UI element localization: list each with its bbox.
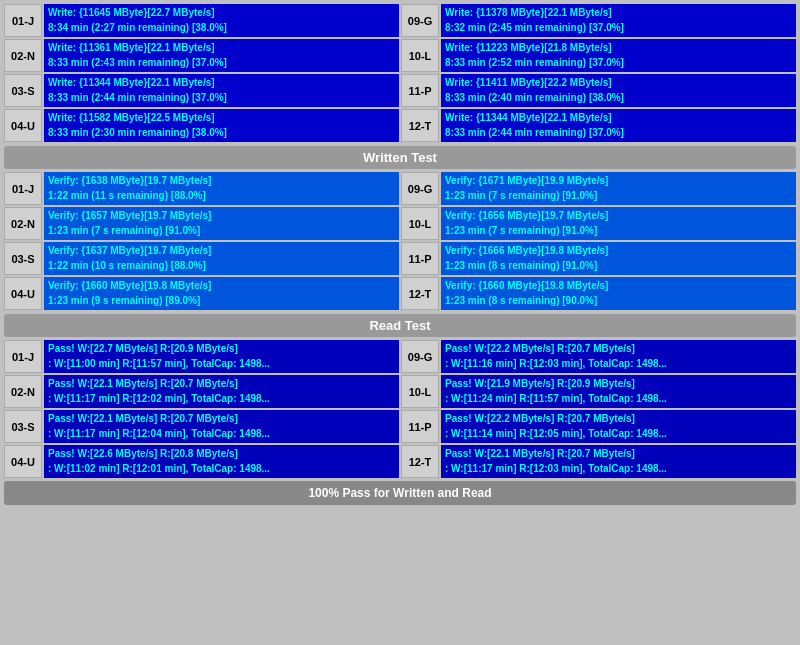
verify-grid: 01-JVerify: {1638 MByte}[19.7 MByte/s]1:… (4, 172, 796, 310)
write-rows-label-3-right: 12-T (401, 109, 439, 142)
write-rows-label-2-left: 03-S (4, 74, 42, 107)
write-rows-label-1-right: 10-L (401, 39, 439, 72)
pass-rows-label-1-left: 02-N (4, 375, 42, 408)
write-rows-label-2-right: 11-P (401, 74, 439, 107)
write-rows-row-0-right: 09-GWrite: {11378 MByte}[22.1 MByte/s]8:… (401, 4, 796, 37)
verify-rows-content-1-left: Verify: {1657 MByte}[19.7 MByte/s]1:23 m… (44, 207, 399, 240)
verify-rows-label-2-left: 03-S (4, 242, 42, 275)
write-rows-label-0-right: 09-G (401, 4, 439, 37)
write-rows-row-2-left: 03-SWrite: {11344 MByte}[22.1 MByte/s]8:… (4, 74, 399, 107)
pass-rows-label-1-right: 10-L (401, 375, 439, 408)
pass-section: 01-JPass! W:[22.7 MByte/s] R:[20.9 MByte… (4, 340, 796, 478)
pass-grid: 01-JPass! W:[22.7 MByte/s] R:[20.9 MByte… (4, 340, 796, 478)
pass-rows-label-2-left: 03-S (4, 410, 42, 443)
pass-rows-row-3-right: 12-TPass! W:[22.1 MByte/s] R:[20.7 MByte… (401, 445, 796, 478)
pass-rows-content-3-right: Pass! W:[22.1 MByte/s] R:[20.7 MByte/s]:… (441, 445, 796, 478)
written-test-header: Written Test (4, 146, 796, 169)
pass-rows-content-2-right: Pass! W:[22.2 MByte/s] R:[20.7 MByte/s]:… (441, 410, 796, 443)
pass-rows-label-2-right: 11-P (401, 410, 439, 443)
verify-rows-content-0-left: Verify: {1638 MByte}[19.7 MByte/s]1:22 m… (44, 172, 399, 205)
verify-rows-row-1-left: 02-NVerify: {1657 MByte}[19.7 MByte/s]1:… (4, 207, 399, 240)
verify-rows-row-3-left: 04-UVerify: {1660 MByte}[19.8 MByte/s]1:… (4, 277, 399, 310)
verify-rows-label-1-left: 02-N (4, 207, 42, 240)
pass-rows-row-2-left: 03-SPass! W:[22.1 MByte/s] R:[20.7 MByte… (4, 410, 399, 443)
verify-rows-row-3-right: 12-TVerify: {1660 MByte}[19.8 MByte/s]1:… (401, 277, 796, 310)
pass-rows-content-0-left: Pass! W:[22.7 MByte/s] R:[20.9 MByte/s]:… (44, 340, 399, 373)
pass-rows-label-0-right: 09-G (401, 340, 439, 373)
read-test-header: Read Test (4, 314, 796, 337)
pass-rows-row-1-right: 10-LPass! W:[21.9 MByte/s] R:[20.9 MByte… (401, 375, 796, 408)
write-rows-row-2-right: 11-PWrite: {11411 MByte}[22.2 MByte/s]8:… (401, 74, 796, 107)
pass-rows-content-0-right: Pass! W:[22.2 MByte/s] R:[20.7 MByte/s]:… (441, 340, 796, 373)
write-rows-row-1-right: 10-LWrite: {11223 MByte}[21.8 MByte/s]8:… (401, 39, 796, 72)
verify-rows-label-2-right: 11-P (401, 242, 439, 275)
pass-rows-label-0-left: 01-J (4, 340, 42, 373)
write-grid: 01-JWrite: {11645 MByte}[22.7 MByte/s]8:… (4, 4, 796, 142)
verify-rows-label-0-right: 09-G (401, 172, 439, 205)
pass-rows-row-0-left: 01-JPass! W:[22.7 MByte/s] R:[20.9 MByte… (4, 340, 399, 373)
verify-rows-content-2-left: Verify: {1637 MByte}[19.7 MByte/s]1:22 m… (44, 242, 399, 275)
write-rows-content-1-left: Write: {11361 MByte}[22.1 MByte/s]8:33 m… (44, 39, 399, 72)
verify-rows-row-0-right: 09-GVerify: {1671 MByte}[19.9 MByte/s]1:… (401, 172, 796, 205)
write-section: 01-JWrite: {11645 MByte}[22.7 MByte/s]8:… (4, 4, 796, 142)
verify-rows-content-0-right: Verify: {1671 MByte}[19.9 MByte/s]1:23 m… (441, 172, 796, 205)
verify-rows-row-0-left: 01-JVerify: {1638 MByte}[19.7 MByte/s]1:… (4, 172, 399, 205)
verify-rows-row-1-right: 10-LVerify: {1656 MByte}[19.7 MByte/s]1:… (401, 207, 796, 240)
verify-rows-label-3-right: 12-T (401, 277, 439, 310)
verify-rows-row-2-left: 03-SVerify: {1637 MByte}[19.7 MByte/s]1:… (4, 242, 399, 275)
verify-rows-label-3-left: 04-U (4, 277, 42, 310)
write-rows-content-3-right: Write: {11344 MByte}[22.1 MByte/s]8:33 m… (441, 109, 796, 142)
pass-rows-content-2-left: Pass! W:[22.1 MByte/s] R:[20.7 MByte/s]:… (44, 410, 399, 443)
pass-rows-row-2-right: 11-PPass! W:[22.2 MByte/s] R:[20.7 MByte… (401, 410, 796, 443)
write-rows-label-0-left: 01-J (4, 4, 42, 37)
write-rows-content-0-right: Write: {11378 MByte}[22.1 MByte/s]8:32 m… (441, 4, 796, 37)
verify-rows-label-0-left: 01-J (4, 172, 42, 205)
write-rows-label-1-left: 02-N (4, 39, 42, 72)
verify-rows-content-3-left: Verify: {1660 MByte}[19.8 MByte/s]1:23 m… (44, 277, 399, 310)
write-rows-content-2-left: Write: {11344 MByte}[22.1 MByte/s]8:33 m… (44, 74, 399, 107)
write-rows-content-3-left: Write: {11582 MByte}[22.5 MByte/s]8:33 m… (44, 109, 399, 142)
bottom-bar: 100% Pass for Written and Read (4, 481, 796, 505)
verify-rows-content-2-right: Verify: {1666 MByte}[19.8 MByte/s]1:23 m… (441, 242, 796, 275)
pass-rows-content-1-left: Pass! W:[22.1 MByte/s] R:[20.7 MByte/s]:… (44, 375, 399, 408)
write-rows-content-0-left: Write: {11645 MByte}[22.7 MByte/s]8:34 m… (44, 4, 399, 37)
verify-rows-content-3-right: Verify: {1660 MByte}[19.8 MByte/s]1:23 m… (441, 277, 796, 310)
pass-rows-row-1-left: 02-NPass! W:[22.1 MByte/s] R:[20.7 MByte… (4, 375, 399, 408)
verify-rows-content-1-right: Verify: {1656 MByte}[19.7 MByte/s]1:23 m… (441, 207, 796, 240)
verify-rows-label-1-right: 10-L (401, 207, 439, 240)
write-rows-row-0-left: 01-JWrite: {11645 MByte}[22.7 MByte/s]8:… (4, 4, 399, 37)
pass-rows-content-1-right: Pass! W:[21.9 MByte/s] R:[20.9 MByte/s]:… (441, 375, 796, 408)
write-rows-content-2-right: Write: {11411 MByte}[22.2 MByte/s]8:33 m… (441, 74, 796, 107)
write-rows-content-1-right: Write: {11223 MByte}[21.8 MByte/s]8:33 m… (441, 39, 796, 72)
main-container: 01-JWrite: {11645 MByte}[22.7 MByte/s]8:… (0, 0, 800, 509)
pass-rows-row-0-right: 09-GPass! W:[22.2 MByte/s] R:[20.7 MByte… (401, 340, 796, 373)
pass-rows-content-3-left: Pass! W:[22.6 MByte/s] R:[20.8 MByte/s]:… (44, 445, 399, 478)
pass-rows-label-3-left: 04-U (4, 445, 42, 478)
write-rows-row-1-left: 02-NWrite: {11361 MByte}[22.1 MByte/s]8:… (4, 39, 399, 72)
write-rows-row-3-left: 04-UWrite: {11582 MByte}[22.5 MByte/s]8:… (4, 109, 399, 142)
write-rows-label-3-left: 04-U (4, 109, 42, 142)
verify-rows-row-2-right: 11-PVerify: {1666 MByte}[19.8 MByte/s]1:… (401, 242, 796, 275)
pass-rows-row-3-left: 04-UPass! W:[22.6 MByte/s] R:[20.8 MByte… (4, 445, 399, 478)
pass-rows-label-3-right: 12-T (401, 445, 439, 478)
verify-section: 01-JVerify: {1638 MByte}[19.7 MByte/s]1:… (4, 172, 796, 310)
write-rows-row-3-right: 12-TWrite: {11344 MByte}[22.1 MByte/s]8:… (401, 109, 796, 142)
